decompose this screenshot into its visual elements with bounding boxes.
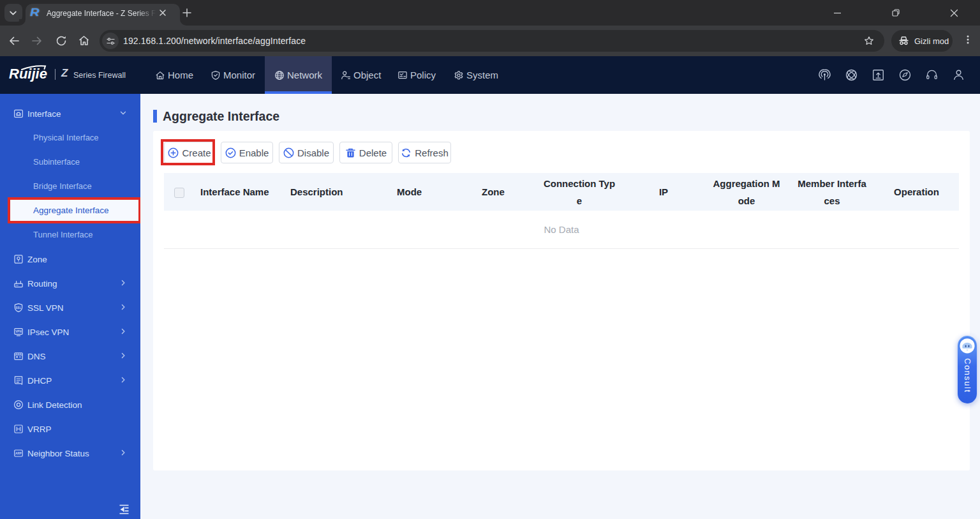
svg-text:ARP: ARP bbox=[15, 452, 22, 455]
svg-text:VPN: VPN bbox=[15, 330, 22, 333]
svg-text:SSL: SSL bbox=[16, 306, 22, 310]
